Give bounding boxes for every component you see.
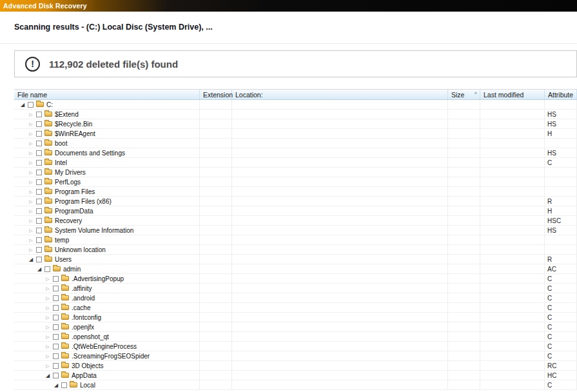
checkbox[interactable] [36,150,42,156]
expand-arrow-icon[interactable]: ▷ [44,342,51,351]
checkbox[interactable] [36,160,42,166]
table-row[interactable]: ▷boot [14,139,577,148]
table-row[interactable]: ▷.openjfxC [14,322,577,332]
table-row[interactable]: ▷.androidC [14,293,577,303]
expand-arrow-icon[interactable]: ▷ [44,303,51,312]
checkbox[interactable] [36,257,42,262]
expand-arrow-icon[interactable]: ▷ [28,119,34,128]
table-row[interactable]: ▷IntelC [14,158,577,168]
table-row[interactable]: ▷$ExtendHS [14,110,577,119]
checkbox[interactable] [53,353,59,359]
expand-arrow-icon[interactable]: ▷ [44,293,51,302]
checkbox[interactable] [36,237,42,243]
expand-arrow-icon[interactable]: ▷ [28,148,34,157]
expand-arrow-icon[interactable]: ▷ [28,245,34,254]
table-row[interactable]: ◢adminAC [14,264,577,274]
checkbox[interactable] [36,112,42,117]
checkbox[interactable] [44,266,50,272]
table-row[interactable]: ▷$WinREAgentH [14,129,577,139]
checkbox[interactable] [36,228,42,233]
checkbox[interactable] [36,179,42,185]
expand-arrow-icon[interactable]: ▷ [28,158,34,167]
checkbox[interactable] [36,131,42,137]
extension-cell [200,119,232,128]
collapse-arrow-icon[interactable]: ◢ [44,371,51,380]
table-row[interactable]: ▷PerfLogs [14,177,577,187]
table-row[interactable]: ◢LocalC [14,380,577,390]
table-row[interactable]: ▷.AdvertisingPopupC [14,274,577,284]
checkbox[interactable] [53,295,59,301]
expand-arrow-icon[interactable]: ▷ [28,139,34,148]
table-row[interactable]: ▷RecoveryHSC [14,216,577,226]
table-row[interactable]: ▷.QtWebEngineProcessC [14,342,577,351]
checkbox[interactable] [61,382,67,388]
expand-arrow-icon[interactable]: ▷ [44,322,51,331]
window-titlebar[interactable]: Advanced Disk Recovery [0,0,577,12]
checkbox[interactable] [53,305,59,311]
expand-arrow-icon[interactable]: ▷ [28,129,34,138]
expand-arrow-icon[interactable]: ▷ [28,216,34,225]
checkbox[interactable] [36,170,42,175]
table-row[interactable]: ▷System Volume InformationHS [14,226,577,235]
expand-arrow-icon[interactable]: ▷ [44,313,51,322]
expand-arrow-icon[interactable]: ▷ [44,351,51,360]
table-row[interactable]: ▷ProgramDataH [14,206,577,216]
checkbox[interactable] [36,189,42,195]
expand-arrow-icon[interactable]: ▷ [28,206,34,215]
expand-arrow-icon[interactable]: ▷ [44,284,51,293]
expand-arrow-icon[interactable]: ▷ [28,197,34,206]
table-row[interactable]: ▷Documents and SettingsHS [14,148,577,158]
table-row[interactable]: ◢AppDataHC [14,371,577,380]
checkbox[interactable] [36,218,42,224]
table-row[interactable]: ▷.cacheC [14,303,577,313]
checkbox[interactable] [36,208,42,214]
expand-arrow-icon[interactable]: ▷ [28,177,34,186]
column-header-attribute[interactable]: Attribute [545,90,577,99]
table-row[interactable]: ▷.ScreamingFrogSEOSpiderC [14,351,577,361]
table-row[interactable]: ▷$Recycle.BinHS [14,119,577,129]
checkbox[interactable] [53,373,59,378]
column-header-file-name[interactable]: File name [14,90,200,99]
collapse-arrow-icon[interactable]: ◢ [36,264,43,273]
checkbox[interactable] [53,324,59,330]
column-header-last-modified[interactable]: Last modified [480,90,545,99]
table-row[interactable]: ▷.affinityC [14,284,577,293]
column-header-size[interactable]: Size ^ [448,90,480,99]
expand-arrow-icon[interactable]: ▷ [44,274,51,283]
tree-indent [19,356,44,357]
table-row[interactable]: ▷.fontconfigC [14,313,577,322]
folder-icon [44,228,52,233]
expand-arrow-icon[interactable]: ▷ [28,235,34,244]
expand-arrow-icon[interactable]: ▷ [28,110,34,119]
table-row[interactable]: ◢C: [14,100,577,110]
checkbox[interactable] [53,344,59,349]
collapse-arrow-icon[interactable]: ◢ [53,380,59,389]
table-row[interactable]: ▷My Drivers [14,168,577,177]
checkbox[interactable] [53,276,59,282]
checkbox[interactable] [36,121,42,127]
checkbox[interactable] [53,315,59,320]
collapse-arrow-icon[interactable]: ◢ [19,100,26,109]
expand-arrow-icon[interactable]: ▷ [28,168,34,177]
expand-arrow-icon[interactable]: ▷ [44,361,51,370]
table-row[interactable]: ▷Program Files [14,187,577,197]
expand-arrow-icon[interactable]: ▷ [44,332,51,341]
checkbox[interactable] [53,334,59,340]
checkbox[interactable] [36,199,42,204]
table-row[interactable]: ▷.openshot_qtC [14,332,577,342]
table-row[interactable]: ◢UsersR [14,255,577,264]
checkbox[interactable] [53,286,59,291]
checkbox[interactable] [53,363,59,369]
table-row[interactable]: ▷Program Files (x86)R [14,197,577,206]
expand-arrow-icon[interactable]: ▷ [28,187,34,196]
column-header-extension[interactable]: Extension [200,90,232,99]
column-header-location[interactable]: Location: [232,90,448,99]
checkbox[interactable] [36,247,42,253]
table-row[interactable]: ▷Unknown location [14,245,577,255]
table-row[interactable]: ▷temp [14,235,577,245]
table-row[interactable]: ▷3D ObjectsRC [14,361,577,371]
checkbox[interactable] [28,102,34,108]
collapse-arrow-icon[interactable]: ◢ [28,255,34,264]
expand-arrow-icon[interactable]: ▷ [28,226,34,235]
checkbox[interactable] [36,141,42,146]
